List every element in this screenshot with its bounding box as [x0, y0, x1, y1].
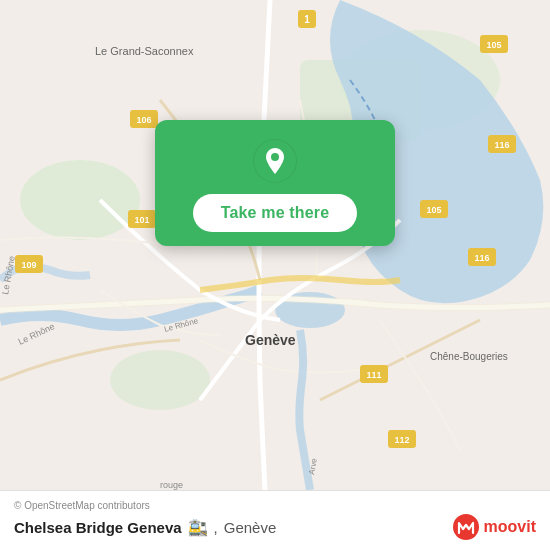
- svg-text:101: 101: [134, 215, 149, 225]
- map-attribution: © OpenStreetMap contributors: [14, 500, 536, 511]
- separator: ,: [214, 519, 218, 536]
- svg-text:116: 116: [494, 140, 509, 150]
- svg-text:Chêne-Bougeries: Chêne-Bougeries: [430, 351, 508, 362]
- svg-text:116: 116: [474, 253, 489, 263]
- svg-point-36: [271, 153, 279, 161]
- svg-text:1: 1: [304, 14, 310, 25]
- svg-text:rouge: rouge: [160, 480, 183, 490]
- svg-point-4: [110, 350, 210, 410]
- svg-text:112: 112: [394, 435, 409, 445]
- svg-text:105: 105: [426, 205, 441, 215]
- location-row: Chelsea Bridge Geneva 🚉 , Genève moovit: [14, 513, 536, 541]
- svg-text:Le Grand-Saconnex: Le Grand-Saconnex: [95, 45, 194, 57]
- svg-point-1: [20, 160, 140, 240]
- transit-icon: 🚉: [188, 518, 208, 537]
- moovit-logo: moovit: [452, 513, 536, 541]
- bottom-bar: © OpenStreetMap contributors Chelsea Bri…: [0, 490, 550, 550]
- location-pin-icon: [252, 138, 298, 184]
- svg-text:105: 105: [486, 40, 501, 50]
- location-text: Chelsea Bridge Geneva: [14, 519, 182, 536]
- svg-text:109: 109: [21, 260, 36, 270]
- svg-text:111: 111: [366, 370, 381, 380]
- moovit-logo-icon: [452, 513, 480, 541]
- svg-text:Genève: Genève: [245, 332, 296, 348]
- svg-point-37: [453, 514, 479, 540]
- action-card: Take me there: [155, 120, 395, 246]
- city-name: Genève: [224, 519, 277, 536]
- take-me-there-button[interactable]: Take me there: [193, 194, 358, 232]
- map-container: 1 106 101 109 105 105 116 116 111 112 Le…: [0, 0, 550, 490]
- moovit-text: moovit: [484, 518, 536, 536]
- location-name: Chelsea Bridge Geneva 🚉 , Genève: [14, 518, 276, 537]
- svg-text:106: 106: [136, 115, 151, 125]
